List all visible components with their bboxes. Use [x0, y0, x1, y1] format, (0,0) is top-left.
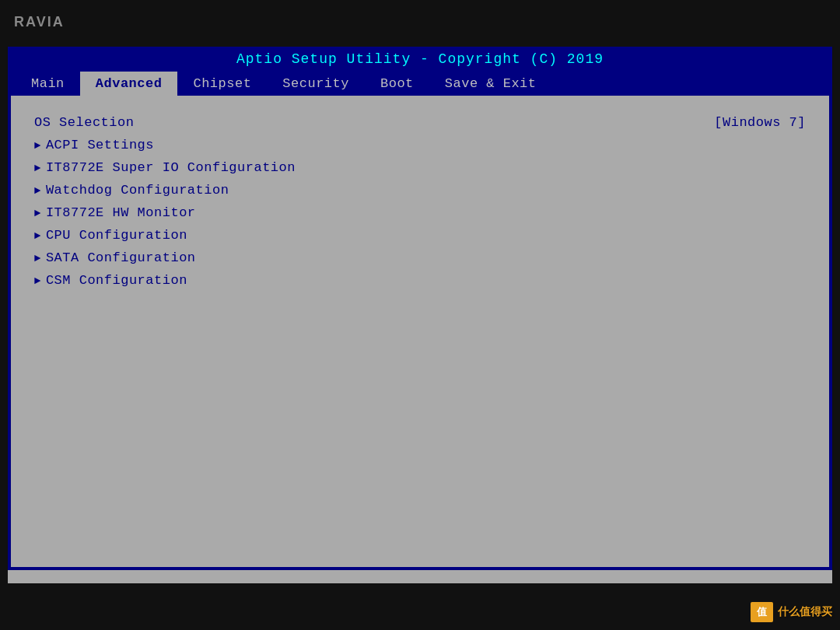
tab-chipset[interactable]: Chipset	[177, 72, 267, 96]
menu-item-watchdog[interactable]: ► Watchdog Configuration	[34, 179, 806, 201]
arrow-icon: ►	[34, 275, 41, 287]
cpu-config-label: CPU Configuration	[46, 228, 187, 243]
watermark-site: 什么值得买	[778, 605, 832, 619]
arrow-icon: ►	[34, 139, 41, 152]
tab-main[interactable]: Main	[16, 72, 80, 96]
bios-nav: Main Advanced Chipset Security Boot Save…	[8, 72, 832, 96]
arrow-icon: ►	[34, 207, 41, 219]
it8772e-hw-label: IT8772E HW Monitor	[46, 205, 196, 220]
menu-item-acpi-settings[interactable]: ► ACPI Settings	[34, 134, 806, 156]
tv-brand-label: RAVIA	[14, 14, 65, 30]
menu-item-it8772e-hw[interactable]: ► IT8772E HW Monitor	[34, 201, 806, 224]
menu-item-csm-config[interactable]: ► CSM Configuration	[34, 269, 806, 292]
menu-item-os-selection[interactable]: OS Selection [Windows 7]	[34, 111, 806, 134]
sata-config-label: SATA Configuration	[46, 250, 196, 265]
bios-screen: Aptio Setup Utility - Copyright (C) 2019…	[8, 47, 832, 583]
arrow-icon: ►	[34, 229, 41, 242]
tab-save-exit[interactable]: Save & Exit	[429, 72, 552, 96]
os-selection-label: OS Selection	[34, 115, 134, 130]
bios-header: Aptio Setup Utility - Copyright (C) 2019	[8, 47, 832, 72]
menu-item-it8772e-super-io[interactable]: ► IT8772E Super IO Configuration	[34, 156, 806, 179]
os-selection-value: [Windows 7]	[714, 115, 806, 130]
bios-content: OS Selection [Windows 7] ► ACPI Settings…	[8, 96, 832, 570]
arrow-icon: ►	[34, 162, 41, 174]
tab-boot[interactable]: Boot	[365, 72, 429, 96]
watermark: 值 什么值得买	[751, 602, 832, 622]
tab-security[interactable]: Security	[267, 72, 365, 96]
arrow-icon: ►	[34, 184, 41, 197]
watchdog-label: Watchdog Configuration	[46, 183, 229, 198]
tab-advanced[interactable]: Advanced	[80, 72, 178, 96]
arrow-icon: ►	[34, 252, 41, 264]
tv-bezel: RAVIA Aptio Setup Utility - Copyright (C…	[0, 0, 840, 630]
acpi-settings-label: ACPI Settings	[46, 138, 154, 152]
it8772e-super-io-label: IT8772E Super IO Configuration	[46, 160, 296, 175]
bios-container: Aptio Setup Utility - Copyright (C) 2019…	[8, 47, 832, 583]
menu-item-sata-config[interactable]: ► SATA Configuration	[34, 247, 806, 269]
menu-item-cpu-config[interactable]: ► CPU Configuration	[34, 224, 806, 247]
csm-config-label: CSM Configuration	[46, 273, 187, 288]
watermark-logo: 值	[751, 602, 773, 622]
bios-title: Aptio Setup Utility - Copyright (C) 2019	[236, 51, 604, 67]
